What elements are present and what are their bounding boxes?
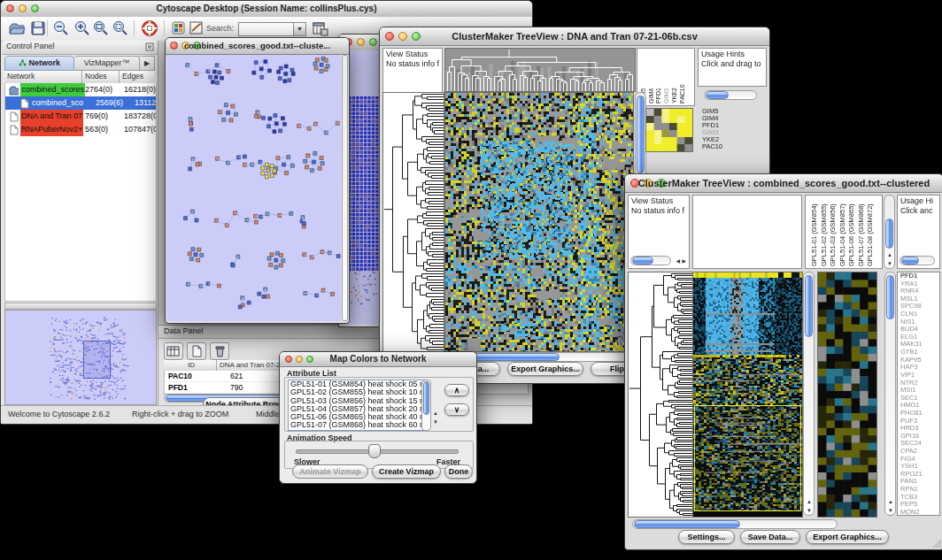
zoom-selected-icon[interactable] — [112, 19, 129, 37]
view-status-scroll[interactable] — [630, 256, 671, 265]
move-up-button[interactable]: ∧ — [444, 384, 469, 396]
column-label[interactable]: GPL51-08 (GSM872) — [866, 203, 874, 266]
animate-vizmap-button[interactable]: Animate Vizmap — [292, 464, 368, 479]
search-input[interactable] — [238, 22, 295, 36]
save-data-button[interactable]: Save Data... — [740, 530, 800, 544]
table-import-icon[interactable] — [311, 19, 328, 37]
treeview-combined-titlebar[interactable]: ClusterMaker TreeView : combined_scores_… — [625, 174, 942, 193]
done-button[interactable]: Done — [444, 464, 473, 479]
network-name: combined_sco — [31, 96, 84, 110]
column-label[interactable]: GIM4 — [648, 88, 654, 104]
export-graphics-button[interactable]: Export Graphics... — [806, 530, 889, 544]
network-row[interactable]: RNAPuberNov2+563(0)107847(0) — [5, 123, 156, 136]
column-label[interactable]: YKE2 — [671, 88, 677, 104]
usage-hints-text: Click anc — [898, 205, 939, 215]
zoom-button[interactable] — [369, 38, 377, 46]
control-panel: Control Panel Network VizMapper™ ▶ Netwo… — [3, 41, 158, 406]
global-heatmap[interactable] — [692, 272, 803, 518]
attribute-list-vscroll[interactable] — [421, 380, 431, 431]
help-lifering-icon[interactable] — [141, 19, 158, 37]
column-labels-vscroll[interactable]: ▲ ▼ — [884, 195, 895, 269]
attribute-list-item[interactable]: GPL51-07 (GSM868) heat shock 60 min — [290, 421, 423, 429]
network-row[interactable]: DNA and Tran 07769(0)183728(0) — [5, 110, 156, 123]
vizmap-squares-icon[interactable] — [171, 19, 186, 37]
tab-overflow-button[interactable]: ▶ — [140, 56, 155, 71]
usage-hints-scroll[interactable] — [900, 256, 935, 265]
annotation-icon[interactable] — [189, 19, 205, 37]
heatmap-vscroll[interactable]: ▲ ▼ — [803, 272, 815, 516]
scroll-down-icon[interactable]: ▼ — [433, 419, 438, 425]
gene-label[interactable]: MON2 — [898, 509, 939, 516]
edge-count: 107847(0) — [124, 123, 156, 136]
delete-attribute-icon[interactable] — [210, 342, 229, 360]
export-graphics-button[interactable]: Export Graphics... — [507, 362, 583, 376]
zoom-in-icon[interactable] — [73, 19, 91, 37]
scroll-down-icon[interactable]: ▼ — [887, 261, 892, 266]
row-dendrogram[interactable] — [628, 272, 693, 518]
usage-hints-scroll[interactable] — [704, 90, 757, 100]
cytoscape-titlebar[interactable]: Cytoscape Desktop (Session Name: collins… — [1, 1, 532, 18]
save-session-icon[interactable] — [29, 19, 47, 37]
heatmap-hscroll[interactable] — [632, 519, 838, 529]
scroll-right-icon[interactable]: ▶ — [682, 258, 686, 264]
zoom-fit-icon[interactable] — [92, 19, 110, 37]
zoom-heatmap[interactable] — [645, 108, 693, 152]
network-vscroll[interactable] — [342, 55, 348, 321]
scroll-left-icon[interactable]: ◀ — [676, 258, 680, 264]
network-row[interactable]: combined_scores2764(0)16218(0) — [5, 83, 156, 96]
gene-list-vscroll[interactable]: ▲ ▼ — [884, 272, 896, 516]
column-dendrogram[interactable] — [444, 48, 636, 92]
settings-button[interactable]: Settings... — [678, 530, 735, 544]
zoom-out-icon[interactable] — [52, 19, 70, 37]
column-label[interactable]: GPL51-02 (GSM855) — [820, 203, 828, 266]
new-attribute-icon[interactable] — [187, 342, 206, 360]
scroll-up-icon[interactable]: ▲ — [887, 252, 892, 257]
panel-splitter[interactable] — [4, 303, 157, 310]
zoom-heatmap[interactable] — [817, 272, 877, 518]
tab-vizmapper[interactable]: VizMapper™ — [74, 56, 140, 71]
tab-network[interactable]: Network — [4, 56, 74, 71]
column-label[interactable]: GPL51-01 (GSM854) — [810, 203, 818, 266]
column-label[interactable]: GPL51-06 (GSM865) — [847, 203, 855, 266]
column-label[interactable]: GPL51-04 (GSM857) — [838, 203, 846, 266]
float-panel-icon[interactable] — [145, 42, 154, 53]
network-view-titlebar[interactable]: combined_scores_good.txt--cluste... — [166, 38, 349, 55]
column-label[interactable]: PAC10 — [679, 84, 685, 104]
attribute-list[interactable]: GPL51-01 (GSM854) heat shock 05 minGPL51… — [288, 380, 424, 431]
zoom-row-labels: GIM5GIM4PFD1GIM3YKE2PAC10 — [702, 108, 732, 152]
network-graph-canvas[interactable] — [166, 55, 341, 321]
gene-label[interactable]: PAC10 — [702, 143, 732, 150]
network-row[interactable]: combined_sco2569(6)13112(15) — [5, 96, 156, 110]
column-dendrogram-area[interactable] — [692, 195, 802, 269]
global-heatmap[interactable] — [444, 92, 634, 352]
column-label[interactable]: GIM3 — [663, 88, 669, 104]
view-status-text: No status info f — [383, 58, 442, 68]
scroll-up-icon[interactable]: ▲ — [807, 499, 812, 504]
speed-slider-thumb[interactable] — [368, 444, 381, 458]
treeview-dna-titlebar[interactable]: ClusterMaker TreeView : DNA and Tran 07-… — [380, 27, 769, 46]
id-column-header[interactable]: ID — [164, 360, 217, 371]
map-colors-titlebar[interactable]: Map Colors to Network — [280, 352, 476, 367]
status-welcome: Welcome to Cytoscape 2.6.2 — [8, 410, 110, 418]
open-session-icon[interactable] — [8, 19, 26, 37]
col-nodes[interactable]: Nodes — [82, 71, 120, 83]
scroll-up-icon[interactable]: ▲ — [888, 499, 893, 504]
scroll-up-icon[interactable]: ▲ — [433, 410, 438, 416]
create-vizmap-button[interactable]: Create Vizmap — [372, 464, 441, 479]
select-attributes-icon[interactable] — [164, 342, 183, 360]
col-edges[interactable]: Edges — [120, 71, 155, 83]
column-label[interactable]: GPL51-03 (GSM856) — [829, 203, 837, 266]
col-network[interactable]: Network — [4, 71, 82, 83]
move-down-button[interactable]: ∨ — [444, 403, 469, 416]
scroll-down-icon[interactable]: ▼ — [888, 508, 893, 513]
minimize-button[interactable] — [357, 38, 365, 46]
zoom-column-labels: GPL51-01 (GSM854)GPL51-02 (GSM855)GPL51-… — [805, 195, 883, 269]
row-dendrogram[interactable] — [382, 92, 444, 352]
column-label[interactable]: GPL51-07 (GSM868) — [857, 203, 865, 266]
view-status-text: No status info f — [629, 205, 689, 215]
column-label[interactable]: PFD1 — [655, 88, 661, 104]
birdseye-overview[interactable] — [4, 310, 157, 405]
resize-grip-icon[interactable] — [931, 538, 942, 548]
search-dropdown-button[interactable]: ▼ — [293, 22, 306, 36]
scroll-down-icon[interactable]: ▼ — [807, 508, 812, 513]
